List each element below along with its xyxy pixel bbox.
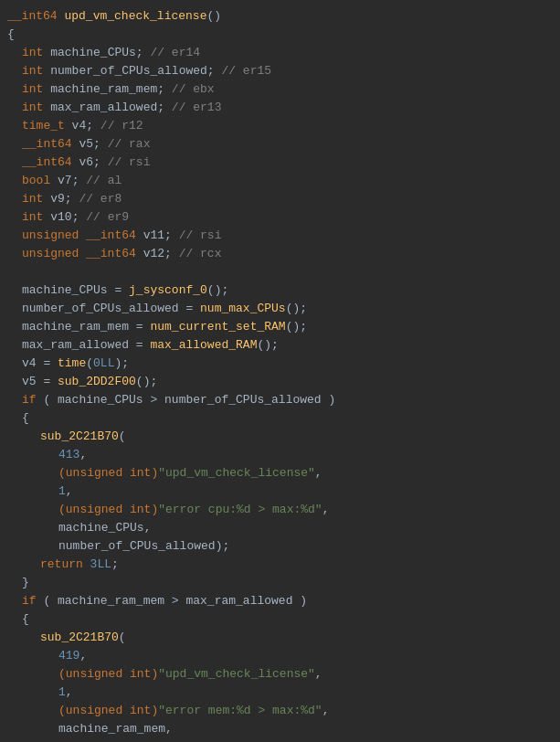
code-token: machine_CPUs [58, 519, 144, 537]
code-token: number_of_CPUs_allowed [22, 300, 179, 318]
code-token: ( [119, 428, 126, 446]
code-line: __int64 upd_vm_check_license() [0, 7, 560, 26]
code-line: int max_ram_allowed; // er13 [0, 99, 560, 117]
code-token: (); [286, 318, 307, 336]
code-token: > [143, 391, 164, 409]
code-token: v12 [143, 245, 164, 263]
code-token: , [322, 501, 330, 519]
code-line: machine_CPUs, [0, 519, 560, 537]
code-token: , [315, 464, 322, 482]
code-token: __int64 [86, 245, 143, 263]
code-line: if ( machine_CPUs > number_of_CPUs_allow… [0, 391, 560, 409]
code-token: max_ram_allowed [58, 738, 165, 742]
code-token: // er15 [221, 62, 271, 80]
code-token: // rax [108, 135, 151, 154]
code-token: __int64 [7, 7, 64, 26]
code-token: __int64 [86, 227, 143, 245]
code-token: int [22, 62, 50, 80]
code-token: int [22, 99, 50, 117]
code-token: // rsi [179, 227, 222, 245]
code-token: ; [136, 44, 151, 62]
code-token: sub_2C21B70 [40, 428, 119, 446]
code-token: number_of_CPUs_allowed [58, 537, 216, 556]
code-token: machine_ram_mem [22, 318, 129, 336]
code-token: ; [164, 245, 179, 263]
code-token: if [22, 592, 37, 610]
code-token: return [40, 556, 90, 574]
code-token: machine_CPUs [58, 391, 143, 409]
code-line: v4 = time(0LL); [0, 355, 560, 373]
code-line: return 3LL; [0, 556, 560, 574]
code-line: int machine_ram_mem; // ebx [0, 80, 560, 99]
code-token: // er9 [86, 208, 129, 227]
code-token: machine_ram_mem [50, 80, 157, 99]
code-token: int [22, 190, 50, 208]
code-token: __int64 [22, 154, 79, 172]
code-token: 0LL [93, 355, 114, 373]
code-token: 1 [58, 684, 66, 702]
code-line: int v10; // er9 [0, 208, 560, 227]
code-token: number_of_CPUs_allowed [164, 391, 322, 409]
code-line: (unsigned int)"upd_vm_check_license", [0, 665, 560, 684]
code-line: max_ram_allowed = max_allowed_RAM(); [0, 336, 560, 355]
code-token: "upd_vm_check_license" [158, 464, 315, 482]
code-line: { [0, 26, 560, 44]
code-line: 1, [0, 482, 560, 501]
code-token: ; [93, 135, 108, 154]
code-token: bool [22, 172, 58, 190]
code-block: __int64 upd_vm_check_license(){int machi… [0, 0, 560, 742]
code-token: v6 [79, 154, 93, 172]
code-token: 419 [58, 647, 79, 665]
code-token: { [22, 610, 29, 629]
code-line: int machine_CPUs; // er14 [0, 44, 560, 62]
code-token: , [79, 647, 87, 665]
code-token: (unsigned int) [58, 665, 158, 684]
code-token: ); [165, 738, 180, 742]
code-line: sub_2C21B70( [0, 428, 560, 446]
code-token: v4 [72, 117, 87, 135]
code-token: (unsigned int) [58, 501, 158, 519]
code-token: , [66, 684, 73, 702]
code-line [0, 263, 560, 281]
code-token: unsigned [22, 227, 86, 245]
code-token: , [165, 720, 173, 738]
code-token: machine_ram_mem [58, 720, 165, 738]
code-token: = [108, 281, 129, 300]
code-token: ) [292, 592, 307, 610]
code-token: ; [157, 99, 172, 117]
code-line: v5 = sub_2DD2F00(); [0, 373, 560, 391]
code-token: upd_vm_check_license [64, 7, 206, 26]
code-token: sub_2C21B70 [40, 629, 119, 647]
code-token: num_max_CPUs [200, 300, 286, 318]
code-token: ; [72, 208, 87, 227]
code-token: ; [86, 117, 100, 135]
code-token: { [22, 409, 29, 428]
code-line: (unsigned int)"error mem:%d > max:%d", [0, 702, 560, 720]
code-token: int [22, 80, 50, 99]
code-token: (unsigned int) [58, 464, 158, 482]
code-token: "upd_vm_check_license" [158, 665, 315, 684]
code-token: , [66, 482, 73, 501]
code-token: v5 [22, 373, 37, 391]
code-token: // rsi [108, 154, 151, 172]
code-token: } [22, 574, 29, 592]
code-line: bool v7; // al [0, 172, 560, 190]
code-token: 413 [58, 446, 79, 464]
code-token: // er13 [172, 99, 222, 117]
code-line: (unsigned int)"error cpu:%d > max:%d", [0, 501, 560, 519]
code-token: number_of_CPUs_allowed [50, 62, 207, 80]
code-token: __int64 [22, 135, 79, 154]
code-line: 419, [0, 647, 560, 665]
code-line: int v9; // er8 [0, 190, 560, 208]
code-token: // r12 [100, 117, 143, 135]
code-token: int [22, 44, 50, 62]
code-token: machine_CPUs [50, 44, 136, 62]
code-token: { [7, 26, 15, 44]
code-line: __int64 v5; // rax [0, 135, 560, 154]
code-token: ( [86, 355, 93, 373]
code-token: machine_CPUs [22, 281, 108, 300]
code-token: ; [65, 190, 79, 208]
code-token: = [37, 373, 58, 391]
code-token: v11 [143, 227, 164, 245]
code-token: = [37, 355, 58, 373]
